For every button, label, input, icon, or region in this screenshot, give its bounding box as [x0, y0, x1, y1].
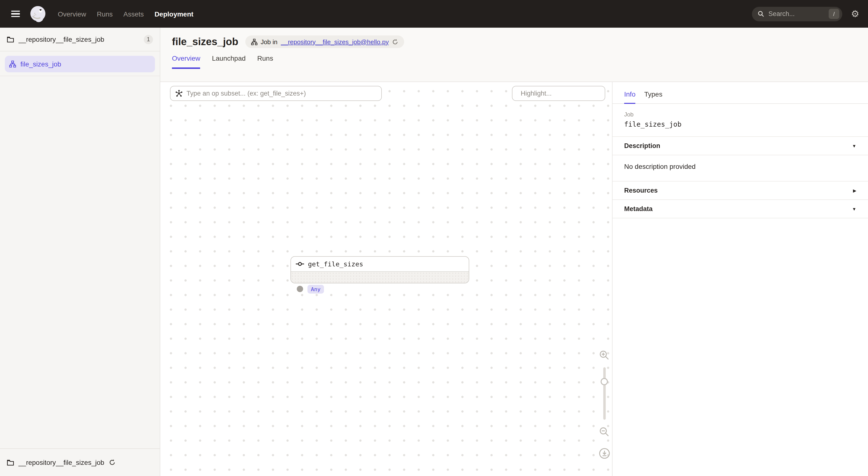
section-resources-title: Resources [624, 187, 658, 194]
top-nav: Overview Runs Assets Deployment Search..… [0, 0, 868, 28]
section-resources[interactable]: Resources ▶ [613, 181, 868, 200]
sidebar-repo-name: __repository__file_sizes_job [19, 35, 140, 43]
dagster-app: Overview Runs Assets Deployment Search..… [0, 0, 868, 476]
sidebar-spacer [0, 76, 160, 448]
top-nav-right: Search... / ⚙ [752, 6, 859, 21]
panel-job-block: Job file_sizes_job [613, 104, 868, 137]
global-search[interactable]: Search... / [752, 6, 842, 21]
zoom-in-icon[interactable] [599, 350, 610, 361]
reload-icon[interactable] [392, 39, 399, 45]
panel-tab-info[interactable]: Info [624, 82, 636, 104]
sidebar-item-label: file_sizes_job [21, 60, 61, 68]
op-graph-canvas[interactable]: get_file_sizes Any [160, 82, 612, 476]
nav-assets[interactable]: Assets [123, 10, 144, 18]
main: file_sizes_job Job in __repository__file… [160, 28, 868, 476]
job-graph-icon [9, 61, 16, 67]
panel-job-label: Job [624, 111, 856, 118]
zoom-slider[interactable] [603, 367, 606, 420]
chevron-right-icon: ▶ [853, 188, 856, 193]
reload-icon[interactable] [108, 459, 115, 466]
tab-runs[interactable]: Runs [257, 54, 273, 69]
op-subset-input-wrap [170, 86, 382, 101]
repo-link[interactable]: __repository__file_sizes_job@hello.py [281, 38, 389, 45]
sidebar-item-file-sizes-job[interactable]: file_sizes_job [5, 56, 155, 72]
search-shortcut-key: / [829, 9, 839, 19]
section-description-title: Description [624, 142, 660, 149]
zoom-controls [598, 350, 610, 459]
content: __repository__file_sizes_job 1 file_size… [0, 28, 868, 476]
sidebar-job-list: file_sizes_job [0, 52, 160, 76]
page-title: file_sizes_job [172, 36, 238, 47]
job-context-pill: Job in __repository__file_sizes_job@hell… [245, 35, 404, 48]
op-node-body [291, 271, 469, 283]
sidebar-footer-repo-name: __repository__file_sizes_job [19, 458, 104, 466]
tab-launchpad[interactable]: Launchpad [212, 54, 246, 69]
search-placeholder: Search... [768, 10, 824, 18]
panel-job-name: file_sizes_job [624, 120, 856, 128]
highlight-input[interactable] [521, 90, 607, 97]
nav-overview[interactable]: Overview [58, 10, 86, 18]
zoom-out-icon[interactable] [599, 427, 610, 437]
nav-links: Overview Runs Assets Deployment [58, 10, 193, 18]
repo-count-badge: 1 [144, 35, 153, 44]
download-view-icon[interactable] [599, 448, 610, 459]
job-context-prefix: Job in [260, 38, 277, 45]
output-type-badge[interactable]: Any [307, 285, 324, 294]
section-metadata-title: Metadata [624, 205, 653, 212]
op-icon [296, 262, 304, 266]
op-subset-input[interactable] [187, 90, 376, 97]
section-description[interactable]: Description ▼ [613, 137, 868, 155]
tab-overview[interactable]: Overview [172, 54, 200, 69]
chevron-down-icon: ▼ [852, 143, 856, 148]
zoom-slider-handle[interactable] [600, 378, 608, 385]
chevron-down-icon: ▼ [852, 206, 856, 211]
sidebar: __repository__file_sizes_job 1 file_size… [0, 28, 160, 476]
nav-deployment[interactable]: Deployment [154, 10, 193, 18]
folder-icon [7, 36, 14, 42]
sidebar-footer: __repository__file_sizes_job [0, 448, 160, 476]
job-graph-icon [251, 39, 257, 45]
info-panel: Info Types Job file_sizes_job Descriptio… [612, 82, 868, 476]
op-node-label: get_file_sizes [308, 260, 363, 268]
sidebar-repo-row[interactable]: __repository__file_sizes_job 1 [0, 28, 160, 52]
gear-icon[interactable]: ⚙ [851, 9, 859, 19]
dagster-logo[interactable] [28, 4, 48, 24]
output-port[interactable] [297, 286, 303, 292]
menu-icon[interactable] [11, 10, 20, 17]
section-description-body: No description provided [613, 155, 868, 181]
op-node-get-file-sizes[interactable]: get_file_sizes [290, 256, 469, 283]
panel-tab-types[interactable]: Types [644, 82, 662, 104]
nav-runs[interactable]: Runs [97, 10, 113, 18]
op-selector-icon [175, 90, 183, 97]
folder-icon [7, 459, 14, 466]
main-header: file_sizes_job Job in __repository__file… [160, 28, 868, 82]
search-icon [758, 11, 764, 17]
section-metadata[interactable]: Metadata ▼ [613, 200, 868, 218]
highlight-input-wrap [512, 86, 605, 101]
panel-tabs: Info Types [613, 82, 868, 104]
job-tabs: Overview Launchpad Runs [172, 54, 868, 69]
